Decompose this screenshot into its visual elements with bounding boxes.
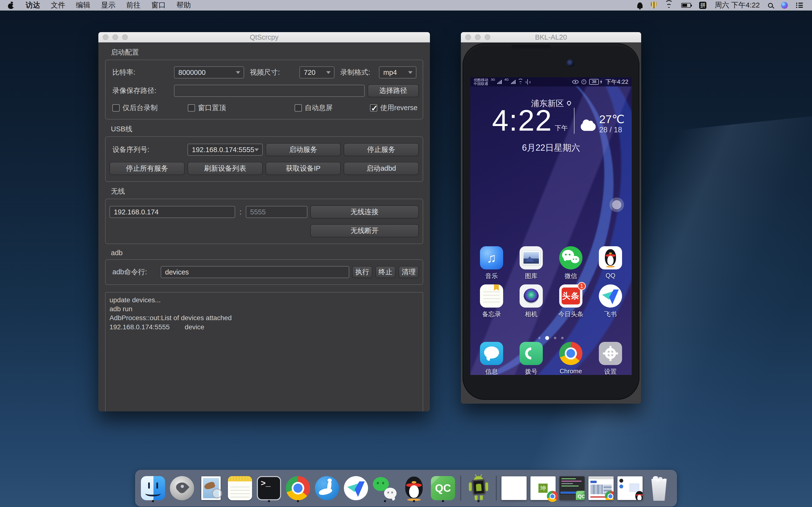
menu-bar-clock[interactable]: 周六 下午4:22 bbox=[715, 0, 760, 10]
app-chrome[interactable]: Chrome bbox=[552, 342, 590, 375]
weather-widget[interactable]: 27℃ 28 / 18 bbox=[581, 113, 624, 134]
app-wechat[interactable]: 微信 bbox=[552, 246, 590, 280]
dock-minimized-kun-page[interactable]: 坤 bbox=[530, 474, 556, 503]
start-service-button[interactable]: 启动服务 bbox=[266, 143, 341, 156]
wireless-port-input[interactable]: 5555 bbox=[246, 206, 307, 218]
app-messages[interactable]: 信息 bbox=[472, 342, 511, 375]
log-output[interactable]: update devices... adb run AdbProcess::ou… bbox=[105, 292, 423, 411]
dock-finder[interactable] bbox=[140, 474, 165, 503]
adb-run-button[interactable]: 执行 bbox=[352, 266, 372, 278]
shield-icon[interactable] bbox=[651, 2, 657, 9]
clock-widget[interactable]: 4:22 下午 27℃ 28 / 18 bbox=[492, 106, 625, 135]
close-button[interactable] bbox=[465, 34, 471, 40]
dock-terminal[interactable]: >_ bbox=[256, 474, 282, 503]
checkbox-always-on-top[interactable]: 窗口置顶 bbox=[185, 103, 289, 113]
wireless-connect-button[interactable]: 无线连接 bbox=[310, 206, 419, 219]
checkbox-icon[interactable] bbox=[370, 104, 377, 112]
dock-chrome[interactable] bbox=[286, 474, 311, 503]
adb-clear-button[interactable]: 清理 bbox=[399, 266, 419, 278]
app-feishu[interactable]: 飞书 bbox=[591, 284, 630, 319]
location-pin-icon bbox=[566, 100, 572, 106]
dock-notes[interactable] bbox=[227, 474, 253, 503]
app-notes[interactable]: 备忘录 bbox=[472, 284, 511, 319]
dock-feishu[interactable] bbox=[343, 474, 368, 503]
wireless-disconnect-button[interactable]: 无线断开 bbox=[310, 224, 419, 237]
input-method-icon[interactable]: 拼 bbox=[699, 2, 706, 9]
qtscrcpy-titlebar[interactable]: QtScrcpy bbox=[98, 32, 430, 43]
app-gallery[interactable]: 图库 bbox=[512, 246, 551, 280]
adb-command-label: adb命令行: bbox=[109, 267, 158, 277]
log-line: AdbProcess::out:List of devices attached bbox=[109, 314, 419, 322]
dock-wechat[interactable] bbox=[372, 474, 398, 503]
bitrate-combobox[interactable]: 8000000 bbox=[174, 66, 244, 78]
menu-view[interactable]: 显示 bbox=[96, 0, 121, 10]
cloud-icon bbox=[581, 123, 596, 131]
battery-icon[interactable] bbox=[681, 3, 691, 8]
menu-window[interactable]: 窗口 bbox=[146, 0, 171, 10]
dock-mail[interactable] bbox=[198, 474, 223, 503]
app-toutiao[interactable]: 头条 1 今日头条 bbox=[552, 284, 590, 319]
stop-service-button[interactable]: 停止服务 bbox=[344, 143, 419, 156]
minimize-button[interactable] bbox=[112, 34, 118, 40]
dock-qq[interactable] bbox=[401, 474, 426, 503]
app-music[interactable]: ♫ 音乐 bbox=[472, 246, 511, 280]
record-format-combobox[interactable]: mp4 bbox=[379, 66, 416, 78]
widget-ampm: 下午 bbox=[555, 124, 568, 132]
adb-stop-button[interactable]: 终止 bbox=[375, 266, 396, 278]
refresh-device-list-button[interactable]: 刷新设备列表 bbox=[188, 162, 263, 175]
dialer-icon bbox=[520, 342, 543, 365]
start-adbd-button[interactable]: 启动adbd bbox=[344, 162, 419, 175]
dock-document[interactable] bbox=[501, 474, 526, 503]
choose-path-button[interactable]: 选择路径 bbox=[367, 84, 419, 97]
menu-bar: 访达 文件 编辑 显示 前往 窗口 帮助 拼 周六 下午4:22 bbox=[0, 0, 812, 11]
checkbox-use-reverse[interactable]: 使用reverse bbox=[367, 103, 419, 113]
checkbox-background-record[interactable]: 仅后台录制 bbox=[109, 103, 182, 113]
menu-edit[interactable]: 编辑 bbox=[70, 0, 96, 10]
dock-minimized-qq-chat[interactable] bbox=[617, 474, 643, 503]
record-path-input[interactable] bbox=[174, 85, 365, 97]
get-device-ip-button[interactable]: 获取设备IP bbox=[266, 162, 341, 175]
device-serial-combobox[interactable]: 192.168.0.174:5555 bbox=[188, 144, 263, 156]
dock-minimized-webpage[interactable] bbox=[589, 474, 614, 503]
apple-menu-icon[interactable] bbox=[8, 2, 14, 9]
phone-screen[interactable]: 优酷移动 中国联通 3G 4G 38 bbox=[470, 77, 632, 375]
app-grid-row: ♫ 音乐 图库 微信 bbox=[472, 246, 630, 280]
minimized-window-thumbnail bbox=[617, 476, 643, 500]
wifi-icon[interactable] bbox=[665, 2, 673, 8]
search-icon[interactable] bbox=[768, 3, 773, 8]
dock-qtscrcpy[interactable]: QC bbox=[430, 474, 456, 503]
assistive-ball[interactable] bbox=[609, 198, 624, 212]
dock-minimized-code-window[interactable]: QC bbox=[559, 474, 585, 503]
menu-file[interactable]: 文件 bbox=[45, 0, 70, 10]
wireless-ip-input[interactable]: 192.168.0.174 bbox=[109, 206, 235, 218]
phone-window-titlebar[interactable]: BKL-AL20 bbox=[461, 32, 641, 43]
menu-finder[interactable]: 访达 bbox=[20, 0, 45, 10]
checkbox-icon[interactable] bbox=[112, 104, 120, 112]
app-settings[interactable]: 设置 bbox=[591, 342, 630, 375]
app-qq[interactable]: QQ bbox=[591, 246, 630, 280]
menu-go[interactable]: 前往 bbox=[121, 0, 146, 10]
dock-trash[interactable] bbox=[647, 474, 672, 503]
minimize-button[interactable] bbox=[475, 34, 481, 40]
zoom-button[interactable] bbox=[485, 34, 490, 40]
adb-command-input[interactable]: devices bbox=[161, 266, 349, 278]
app-camera[interactable]: 相机 bbox=[512, 284, 551, 319]
checkbox-icon[interactable] bbox=[295, 104, 302, 112]
checkbox-auto-screen-off[interactable]: 自动息屏 bbox=[292, 103, 364, 113]
messages-icon bbox=[480, 342, 503, 365]
dock-sealion-app[interactable] bbox=[314, 474, 340, 503]
zoom-button[interactable] bbox=[122, 34, 128, 40]
close-button[interactable] bbox=[103, 34, 108, 40]
siri-icon[interactable] bbox=[781, 2, 788, 9]
app-dialer[interactable]: 拨号 bbox=[512, 342, 551, 375]
notification-center-icon[interactable] bbox=[796, 3, 803, 8]
video-size-combobox[interactable]: 720 bbox=[299, 66, 335, 78]
wechat-icon bbox=[559, 246, 582, 270]
checkbox-icon[interactable] bbox=[188, 104, 195, 112]
stop-all-services-button[interactable]: 停止所有服务 bbox=[109, 162, 185, 175]
notification-bell-icon[interactable] bbox=[637, 2, 643, 8]
dock-launchpad[interactable] bbox=[169, 474, 195, 503]
dock-android-scrcpy[interactable] bbox=[466, 474, 491, 503]
menu-help[interactable]: 帮助 bbox=[171, 0, 196, 10]
traffic-lights bbox=[465, 34, 490, 40]
